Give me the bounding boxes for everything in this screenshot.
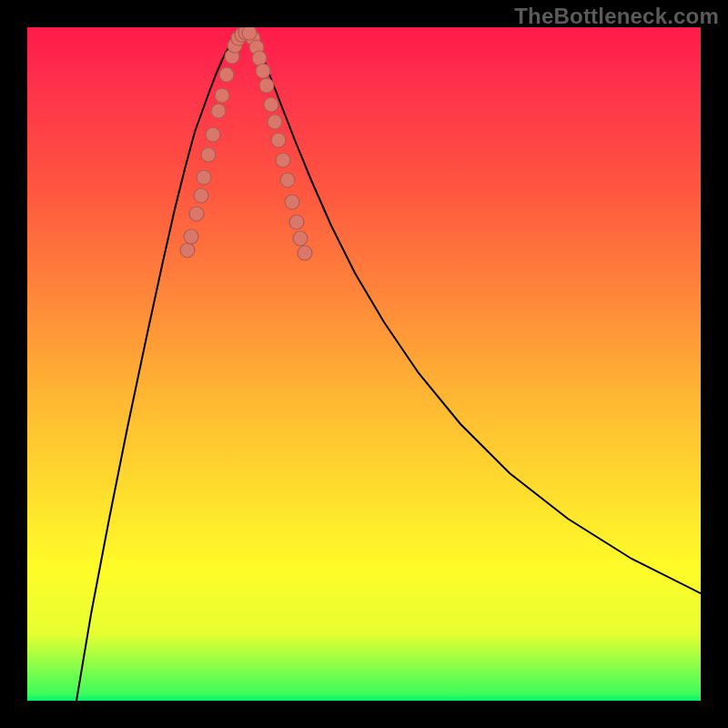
- data-marker: [211, 104, 226, 118]
- chart-container: TheBottleneck.com: [0, 0, 728, 728]
- data-marker: [242, 27, 257, 40]
- data-marker: [184, 229, 198, 244]
- data-marker: [259, 78, 274, 93]
- data-marker: [264, 97, 278, 112]
- data-marker: [289, 215, 304, 229]
- data-marker: [189, 207, 204, 221]
- data-marker: [280, 173, 295, 187]
- data-marker: [293, 231, 308, 246]
- chart-svg: [27, 27, 701, 701]
- data-marker: [268, 115, 282, 129]
- data-marker: [180, 243, 195, 258]
- data-marker: [219, 67, 234, 82]
- data-marker: [276, 153, 290, 167]
- watermark-text: TheBottleneck.com: [514, 4, 719, 29]
- data-marker: [271, 133, 286, 147]
- data-marker: [298, 246, 312, 260]
- data-marker: [201, 147, 216, 162]
- data-marker: [256, 64, 270, 78]
- data-marker: [285, 195, 299, 209]
- data-marker: [197, 170, 211, 185]
- data-marker: [194, 188, 208, 203]
- data-marker: [206, 127, 220, 142]
- plot-area: [27, 27, 701, 701]
- marker-group: [180, 27, 312, 260]
- curve-right: [255, 36, 701, 593]
- data-marker: [215, 88, 229, 103]
